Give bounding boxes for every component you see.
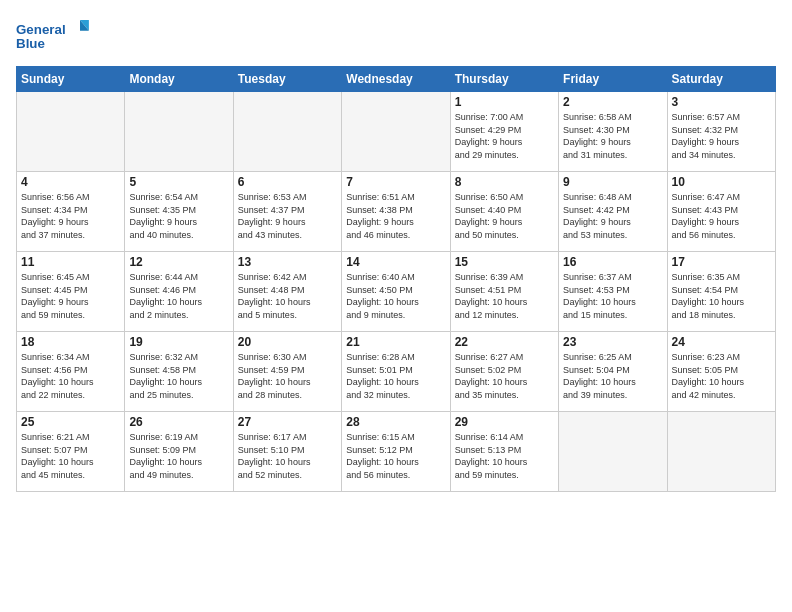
week-row-4: 18Sunrise: 6:34 AM Sunset: 4:56 PM Dayli… [17,332,776,412]
weekday-header-wednesday: Wednesday [342,67,450,92]
day-cell-17: 17Sunrise: 6:35 AM Sunset: 4:54 PM Dayli… [667,252,775,332]
day-info: Sunrise: 6:54 AM Sunset: 4:35 PM Dayligh… [129,191,228,241]
weekday-header-sunday: Sunday [17,67,125,92]
day-info: Sunrise: 6:45 AM Sunset: 4:45 PM Dayligh… [21,271,120,321]
day-cell-15: 15Sunrise: 6:39 AM Sunset: 4:51 PM Dayli… [450,252,558,332]
day-info: Sunrise: 6:30 AM Sunset: 4:59 PM Dayligh… [238,351,337,401]
day-cell-27: 27Sunrise: 6:17 AM Sunset: 5:10 PM Dayli… [233,412,341,492]
day-number: 17 [672,255,771,269]
day-cell-23: 23Sunrise: 6:25 AM Sunset: 5:04 PM Dayli… [559,332,667,412]
day-cell-28: 28Sunrise: 6:15 AM Sunset: 5:12 PM Dayli… [342,412,450,492]
day-cell-25: 25Sunrise: 6:21 AM Sunset: 5:07 PM Dayli… [17,412,125,492]
day-info: Sunrise: 6:44 AM Sunset: 4:46 PM Dayligh… [129,271,228,321]
page-header: General Blue [16,16,776,56]
empty-cell [233,92,341,172]
day-info: Sunrise: 6:23 AM Sunset: 5:05 PM Dayligh… [672,351,771,401]
day-cell-24: 24Sunrise: 6:23 AM Sunset: 5:05 PM Dayli… [667,332,775,412]
weekday-header-thursday: Thursday [450,67,558,92]
day-number: 14 [346,255,445,269]
day-number: 27 [238,415,337,429]
day-info: Sunrise: 6:50 AM Sunset: 4:40 PM Dayligh… [455,191,554,241]
day-info: Sunrise: 6:53 AM Sunset: 4:37 PM Dayligh… [238,191,337,241]
day-cell-7: 7Sunrise: 6:51 AM Sunset: 4:38 PM Daylig… [342,172,450,252]
day-info: Sunrise: 6:42 AM Sunset: 4:48 PM Dayligh… [238,271,337,321]
svg-text:Blue: Blue [16,36,45,51]
day-info: Sunrise: 6:34 AM Sunset: 4:56 PM Dayligh… [21,351,120,401]
day-number: 2 [563,95,662,109]
logo: General Blue [16,16,96,56]
empty-cell [559,412,667,492]
day-number: 7 [346,175,445,189]
day-info: Sunrise: 6:35 AM Sunset: 4:54 PM Dayligh… [672,271,771,321]
weekday-header-row: SundayMondayTuesdayWednesdayThursdayFrid… [17,67,776,92]
day-number: 19 [129,335,228,349]
day-number: 25 [21,415,120,429]
day-info: Sunrise: 6:15 AM Sunset: 5:12 PM Dayligh… [346,431,445,481]
day-info: Sunrise: 6:32 AM Sunset: 4:58 PM Dayligh… [129,351,228,401]
day-cell-14: 14Sunrise: 6:40 AM Sunset: 4:50 PM Dayli… [342,252,450,332]
week-row-2: 4Sunrise: 6:56 AM Sunset: 4:34 PM Daylig… [17,172,776,252]
day-number: 29 [455,415,554,429]
day-cell-18: 18Sunrise: 6:34 AM Sunset: 4:56 PM Dayli… [17,332,125,412]
day-cell-1: 1Sunrise: 7:00 AM Sunset: 4:29 PM Daylig… [450,92,558,172]
day-cell-20: 20Sunrise: 6:30 AM Sunset: 4:59 PM Dayli… [233,332,341,412]
day-number: 1 [455,95,554,109]
day-cell-16: 16Sunrise: 6:37 AM Sunset: 4:53 PM Dayli… [559,252,667,332]
day-number: 28 [346,415,445,429]
day-number: 22 [455,335,554,349]
day-cell-19: 19Sunrise: 6:32 AM Sunset: 4:58 PM Dayli… [125,332,233,412]
day-number: 26 [129,415,228,429]
day-info: Sunrise: 6:17 AM Sunset: 5:10 PM Dayligh… [238,431,337,481]
day-info: Sunrise: 6:39 AM Sunset: 4:51 PM Dayligh… [455,271,554,321]
day-number: 3 [672,95,771,109]
day-number: 13 [238,255,337,269]
day-info: Sunrise: 6:19 AM Sunset: 5:09 PM Dayligh… [129,431,228,481]
day-number: 9 [563,175,662,189]
day-number: 5 [129,175,228,189]
day-number: 4 [21,175,120,189]
svg-text:General: General [16,22,66,37]
week-row-3: 11Sunrise: 6:45 AM Sunset: 4:45 PM Dayli… [17,252,776,332]
day-cell-8: 8Sunrise: 6:50 AM Sunset: 4:40 PM Daylig… [450,172,558,252]
day-number: 15 [455,255,554,269]
day-cell-29: 29Sunrise: 6:14 AM Sunset: 5:13 PM Dayli… [450,412,558,492]
day-cell-3: 3Sunrise: 6:57 AM Sunset: 4:32 PM Daylig… [667,92,775,172]
empty-cell [17,92,125,172]
day-info: Sunrise: 6:56 AM Sunset: 4:34 PM Dayligh… [21,191,120,241]
day-cell-5: 5Sunrise: 6:54 AM Sunset: 4:35 PM Daylig… [125,172,233,252]
day-info: Sunrise: 6:28 AM Sunset: 5:01 PM Dayligh… [346,351,445,401]
empty-cell [342,92,450,172]
day-info: Sunrise: 6:37 AM Sunset: 4:53 PM Dayligh… [563,271,662,321]
day-cell-2: 2Sunrise: 6:58 AM Sunset: 4:30 PM Daylig… [559,92,667,172]
day-cell-12: 12Sunrise: 6:44 AM Sunset: 4:46 PM Dayli… [125,252,233,332]
day-number: 8 [455,175,554,189]
day-info: Sunrise: 7:00 AM Sunset: 4:29 PM Dayligh… [455,111,554,161]
day-info: Sunrise: 6:47 AM Sunset: 4:43 PM Dayligh… [672,191,771,241]
day-cell-6: 6Sunrise: 6:53 AM Sunset: 4:37 PM Daylig… [233,172,341,252]
weekday-header-friday: Friday [559,67,667,92]
day-number: 21 [346,335,445,349]
day-info: Sunrise: 6:57 AM Sunset: 4:32 PM Dayligh… [672,111,771,161]
day-cell-22: 22Sunrise: 6:27 AM Sunset: 5:02 PM Dayli… [450,332,558,412]
day-info: Sunrise: 6:25 AM Sunset: 5:04 PM Dayligh… [563,351,662,401]
empty-cell [667,412,775,492]
day-number: 18 [21,335,120,349]
day-number: 6 [238,175,337,189]
day-cell-13: 13Sunrise: 6:42 AM Sunset: 4:48 PM Dayli… [233,252,341,332]
weekday-header-saturday: Saturday [667,67,775,92]
day-info: Sunrise: 6:27 AM Sunset: 5:02 PM Dayligh… [455,351,554,401]
day-cell-26: 26Sunrise: 6:19 AM Sunset: 5:09 PM Dayli… [125,412,233,492]
day-info: Sunrise: 6:21 AM Sunset: 5:07 PM Dayligh… [21,431,120,481]
day-number: 24 [672,335,771,349]
day-number: 16 [563,255,662,269]
week-row-5: 25Sunrise: 6:21 AM Sunset: 5:07 PM Dayli… [17,412,776,492]
day-number: 10 [672,175,771,189]
day-cell-21: 21Sunrise: 6:28 AM Sunset: 5:01 PM Dayli… [342,332,450,412]
day-number: 11 [21,255,120,269]
week-row-1: 1Sunrise: 7:00 AM Sunset: 4:29 PM Daylig… [17,92,776,172]
day-info: Sunrise: 6:48 AM Sunset: 4:42 PM Dayligh… [563,191,662,241]
day-number: 20 [238,335,337,349]
day-cell-11: 11Sunrise: 6:45 AM Sunset: 4:45 PM Dayli… [17,252,125,332]
day-cell-9: 9Sunrise: 6:48 AM Sunset: 4:42 PM Daylig… [559,172,667,252]
day-info: Sunrise: 6:40 AM Sunset: 4:50 PM Dayligh… [346,271,445,321]
